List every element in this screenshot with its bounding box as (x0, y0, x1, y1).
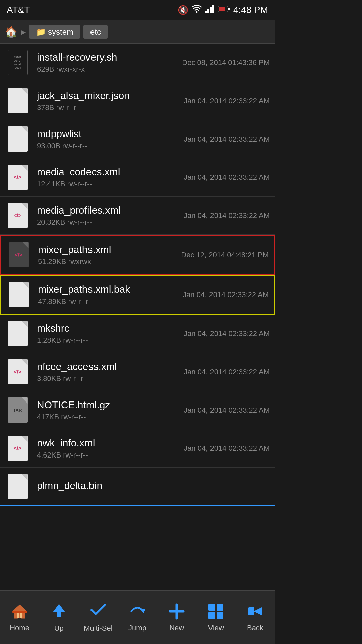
nav-view-label: View (208, 624, 224, 632)
file-item[interactable]: mkshrc 1.28KB rw-r--r-- Jan 04, 2014 02:… (0, 315, 275, 353)
svg-rect-12 (12, 611, 27, 613)
xml-file-icon: </> (8, 359, 28, 384)
file-item[interactable]: </> media_codecs.xml 12.41KB rw-r--r-- J… (0, 158, 275, 197)
generic-file-icon (8, 474, 28, 499)
breadcrumb-system[interactable]: 📁system (29, 25, 80, 39)
file-meta: 417KB rw-r--r-- (37, 413, 184, 421)
xml-file-icon: </> (8, 165, 28, 190)
nav-new-label: New (169, 624, 184, 632)
file-name: mkshrc (37, 323, 184, 334)
file-icon-container: </> (5, 163, 30, 192)
file-icon-container (5, 319, 30, 348)
file-info: install-recovery.sh 629B rwxr-xr-x (37, 52, 182, 74)
nav-up[interactable]: Up (39, 602, 78, 633)
file-name: NOTICE.html.gz (37, 399, 184, 411)
svg-rect-6 (228, 8, 230, 10)
file-meta: 629B rwxr-xr-x (37, 65, 182, 74)
file-item[interactable]: plmn_delta.bin (0, 468, 275, 506)
file-item[interactable]: jack_alsa_mixer.json 378B rw-r--r-- Jan … (0, 82, 275, 120)
file-date: Jan 04, 2014 02:33:22 AM (184, 444, 270, 453)
svg-rect-19 (208, 612, 215, 619)
svg-rect-10 (17, 613, 19, 618)
file-icon-container: </> (6, 240, 31, 269)
svg-marker-14 (141, 609, 145, 613)
status-icons: 🔇 (178, 5, 268, 15)
file-meta: 4.62KB rw-r--r-- (37, 451, 184, 460)
view-nav-icon (207, 603, 225, 622)
svg-marker-21 (254, 607, 262, 615)
file-icon-container: </> (5, 434, 30, 463)
file-date: Jan 04, 2014 02:33:22 AM (184, 173, 270, 182)
file-name: plmn_delta.bin (37, 480, 270, 491)
file-icon-container: </> (5, 201, 30, 230)
svg-rect-1 (205, 11, 207, 13)
battery-icon (218, 5, 230, 15)
file-meta: 1.28KB rw-r--r-- (37, 336, 184, 345)
file-info: plmn_delta.bin (37, 480, 270, 493)
xml-file-icon: </> (8, 436, 28, 461)
nav-multisel[interactable]: Multi-Sel (78, 602, 118, 633)
svg-rect-3 (210, 7, 212, 13)
file-icon-container (5, 125, 30, 153)
wifi-icon (192, 5, 202, 15)
file-item[interactable]: TAR NOTICE.html.gz 417KB rw-r--r-- Jan 0… (0, 391, 275, 429)
back-nav-icon (246, 603, 264, 622)
svg-rect-4 (212, 5, 214, 13)
file-info: media_codecs.xml 12.41KB rw-r--r-- (37, 166, 184, 189)
file-name: mixer_paths.xml.bak (38, 284, 183, 295)
nav-new[interactable]: New (157, 603, 196, 632)
file-info: mkshrc 1.28KB rw-r--r-- (37, 323, 184, 345)
breadcrumb-etc[interactable]: etc (83, 25, 108, 39)
home-breadcrumb-icon[interactable]: 🏠 (5, 26, 17, 38)
svg-point-0 (196, 11, 197, 13)
generic-file-icon (8, 321, 28, 346)
status-bar: AT&T 🔇 (0, 0, 275, 20)
nav-jump[interactable]: Jump (118, 603, 157, 632)
file-name: media_profiles.xml (37, 205, 184, 216)
bottom-nav: Home Up Multi-Sel Jump (0, 590, 275, 644)
generic-file-icon (8, 88, 28, 113)
breadcrumb-bar: 🏠 ▶ 📁system etc (0, 20, 275, 44)
svg-marker-13 (53, 604, 65, 617)
file-item[interactable]: </> nwk_info.xml 4.62KB rw-r--r-- Jan 04… (0, 429, 275, 468)
nav-home[interactable]: Home (0, 603, 39, 632)
file-item[interactable]: </> media_profiles.xml 20.32KB rw-r--r--… (0, 197, 275, 235)
svg-rect-18 (217, 604, 223, 611)
file-name: mdppwlist (37, 128, 184, 140)
file-icon-container: TAR (5, 396, 30, 424)
file-date: Jan 04, 2014 02:33:22 AM (184, 368, 270, 376)
nav-back[interactable]: Back (236, 603, 275, 632)
file-date: Jan 04, 2014 02:33:22 AM (184, 329, 270, 338)
file-meta: 3.80KB rw-r--r-- (37, 374, 184, 383)
file-name: media_codecs.xml (37, 166, 184, 178)
xml-file-icon: </> (9, 242, 29, 267)
svg-rect-7 (219, 7, 225, 11)
jump-nav-icon (129, 603, 146, 622)
nav-view[interactable]: View (196, 603, 236, 632)
nav-multisel-label: Multi-Sel (84, 624, 113, 633)
file-meta: 12.41KB rw-r--r-- (37, 180, 184, 189)
svg-rect-17 (208, 604, 215, 611)
tar-file-icon: TAR (8, 397, 28, 423)
file-name: nwk_info.xml (37, 437, 184, 449)
file-icon-container (6, 280, 31, 309)
file-item[interactable]: mixer_paths.xml.bak 47.89KB rw-r--r-- Ja… (0, 275, 275, 315)
file-item[interactable]: </> mixer_paths.xml 51.29KB rwxrwx--- De… (0, 235, 275, 275)
mute-icon: 🔇 (178, 5, 188, 15)
multisel-nav-icon (89, 602, 107, 622)
file-name: jack_alsa_mixer.json (37, 90, 184, 101)
file-item[interactable]: #!/binechoinstallrecov install-recovery.… (0, 44, 275, 82)
generic-file-icon (8, 126, 28, 152)
file-info: nwk_info.xml 4.62KB rw-r--r-- (37, 437, 184, 460)
carrier-label: AT&T (7, 5, 30, 15)
file-date: Jan 04, 2014 02:33:22 AM (183, 290, 269, 299)
file-item[interactable]: mdppwlist 93.00B rw-r--r-- Jan 04, 2014 … (0, 120, 275, 158)
file-name: install-recovery.sh (37, 52, 182, 63)
file-meta: 93.00B rw-r--r-- (37, 142, 184, 150)
file-info: mixer_paths.xml.bak 47.89KB rw-r--r-- (38, 284, 183, 306)
file-item[interactable]: </> nfcee_access.xml 3.80KB rw-r--r-- Ja… (0, 353, 275, 391)
up-nav-icon (51, 602, 67, 622)
file-icon-container (5, 87, 30, 115)
file-meta: 51.29KB rwxrwx--- (38, 257, 181, 266)
home-nav-icon (11, 603, 28, 622)
